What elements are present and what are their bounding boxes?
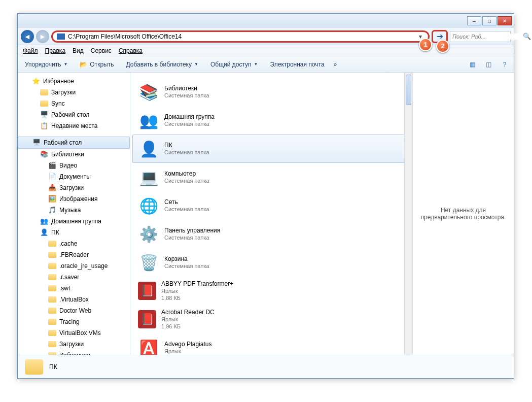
nav-swt[interactable]: .swt — [18, 283, 130, 294]
back-button[interactable]: ◄ — [21, 30, 34, 43]
acrobat-icon: 📕 — [138, 310, 156, 328]
advego-icon: 🅰️ — [138, 337, 159, 355]
desktop-icon: 🖥️ — [32, 139, 41, 147]
userfolder-icon: 👤 — [138, 138, 159, 159]
nav-downloads[interactable]: Загрузки — [18, 87, 130, 98]
nav-documents[interactable]: 📄Документы — [18, 171, 130, 182]
homegroup-icon: 👥 — [40, 217, 48, 225]
nav-images[interactable]: 🖼️Изображения — [18, 193, 130, 205]
forward-button[interactable]: ► — [36, 30, 49, 43]
content-scrollbar[interactable] — [404, 73, 412, 355]
list-item[interactable]: 🗑️КорзинаСистемная папка — [132, 248, 410, 277]
scrollbar-thumb[interactable] — [406, 75, 411, 105]
go-button-highlight: ➔ 2 — [432, 30, 448, 43]
nav-pc[interactable]: 👤ПК — [18, 227, 130, 238]
nav-recent[interactable]: 📋Недавние места — [18, 120, 130, 131]
nav-music[interactable]: 🎵Музыка — [18, 205, 130, 216]
list-item[interactable]: 👤ПКСистемная папка — [132, 135, 410, 163]
images-icon: 🖼️ — [48, 195, 56, 203]
share-button[interactable]: Общий доступ▼ — [207, 59, 261, 70]
open-button[interactable]: 📂Открыть — [77, 59, 117, 70]
music-icon: 🎵 — [48, 206, 56, 214]
item-subtitle: Системная папка — [164, 234, 220, 241]
recent-icon: 📋 — [40, 122, 48, 130]
nav-favorites2[interactable]: Избранное — [18, 350, 130, 355]
nav-vboxvms[interactable]: VirtualBox VMs — [18, 327, 130, 339]
folder-icon — [40, 99, 48, 108]
menu-edit[interactable]: Правка — [45, 47, 66, 54]
list-item[interactable]: 👥Домашняя группаСистемная папка — [132, 106, 410, 135]
item-name: Advego Plagiatus — [164, 341, 211, 348]
email-button[interactable]: Электронная почта — [267, 59, 327, 70]
maximize-button[interactable]: □ — [482, 16, 496, 25]
item-subtitle: Системная папка — [164, 206, 209, 213]
computer-icon — [57, 34, 65, 40]
nav-fbreader[interactable]: .FBReader — [18, 249, 130, 260]
list-item[interactable]: 📕ABBYY PDF Transformer+Ярлык1,88 КБ — [132, 277, 410, 305]
nav-desktop[interactable]: 🖥️Рабочий стол — [18, 137, 130, 149]
close-button[interactable]: ✕ — [498, 16, 512, 25]
item-subtitle: Системная папка — [164, 120, 215, 127]
folder-icon — [48, 251, 56, 259]
search-input[interactable] — [452, 34, 523, 40]
nav-downloads-lib[interactable]: 📥Загрузки — [18, 182, 130, 193]
item-name: Компьютер — [164, 170, 209, 177]
callout-1: 1 — [419, 38, 432, 51]
network-icon: 🌐 — [138, 195, 159, 216]
list-item[interactable]: ⚙️Панель управленияСистемная папка — [132, 220, 410, 248]
preview-empty-text: Нет данных для предварительного просмотр… — [418, 207, 509, 221]
preview-pane-button[interactable]: ◫ — [483, 59, 493, 70]
star-icon: ⭐ — [32, 77, 40, 85]
search-icon[interactable]: 🔍 — [523, 32, 531, 40]
toolbar-overflow-icon[interactable]: » — [334, 61, 337, 68]
view-mode-button[interactable]: ▦ — [467, 59, 477, 70]
nav-tracing[interactable]: Tracing — [18, 316, 130, 327]
item-name: Корзина — [164, 255, 209, 262]
folder-icon — [48, 284, 56, 292]
list-item[interactable]: 🅰️Advego PlagiatusЯрлык — [132, 333, 410, 355]
recycle-icon: 🗑️ — [138, 252, 159, 273]
nav-favorites[interactable]: ⭐Избранное — [18, 76, 130, 87]
video-icon: 🎬 — [48, 161, 56, 170]
nav-sync[interactable]: Sync — [18, 98, 130, 109]
list-item[interactable]: 📕Acrobat Reader DCЯрлык1,96 КБ — [132, 305, 410, 333]
nav-cache[interactable]: .cache — [18, 238, 130, 249]
item-subtitle: Ярлык — [161, 287, 233, 294]
user-folder-icon: 👤 — [40, 228, 48, 237]
nav-doctorweb[interactable]: Doctor Web — [18, 305, 130, 316]
nav-downloads2[interactable]: Загрузки — [18, 339, 130, 350]
address-bar-row: ◄ ► ▾ 1 ➔ 2 🔍 — [18, 28, 514, 45]
minimize-button[interactable]: – — [467, 16, 481, 25]
item-size: 1,88 КБ — [161, 294, 233, 302]
homegroup-icon: 👥 — [138, 110, 159, 131]
nav-virtualbox[interactable]: .VirtualBox — [18, 294, 130, 305]
menu-help[interactable]: Справка — [119, 47, 143, 54]
nav-rsaver[interactable]: .r.saver — [18, 272, 130, 283]
menu-file[interactable]: Файл — [23, 47, 38, 54]
list-item[interactable]: 🌐СетьСистемная папка — [132, 191, 410, 220]
nav-oracle[interactable]: .oracle_jre_usage — [18, 260, 130, 272]
menu-view[interactable]: Вид — [73, 47, 84, 54]
address-input[interactable] — [68, 33, 417, 40]
help-button[interactable]: ? — [500, 59, 510, 70]
nav-video[interactable]: 🎬Видео — [18, 160, 130, 171]
nav-desktop-fav[interactable]: 🖥️Рабочий стол — [18, 109, 130, 120]
nav-libraries[interactable]: 📚Библиотеки — [18, 149, 130, 160]
add-to-library-button[interactable]: Добавить в библиотеку▼ — [123, 59, 201, 70]
list-item[interactable]: 📚БиблиотекиСистемная папка — [132, 78, 410, 106]
body: ⭐Избранное Загрузки Sync 🖥️Рабочий стол … — [18, 73, 514, 355]
list-item[interactable]: 💻КомпьютерСистемная папка — [132, 163, 410, 191]
organize-button[interactable]: Упорядочить▼ — [22, 59, 70, 70]
folder-icon — [48, 318, 56, 326]
nav-homegroup[interactable]: 👥Домашняя группа — [18, 216, 130, 227]
folder-icon — [48, 273, 56, 281]
downloads-icon: 📥 — [48, 184, 56, 192]
item-size: 1,96 КБ — [161, 323, 215, 330]
navigation-pane: ⭐Избранное Загрузки Sync 🖥️Рабочий стол … — [18, 73, 130, 355]
item-name: Acrobat Reader DC — [161, 309, 215, 316]
item-name: Домашняя группа — [164, 113, 215, 120]
statusbar: ПК — [18, 355, 514, 378]
item-name: Библиотеки — [164, 85, 209, 92]
status-folder-icon — [25, 358, 43, 376]
menu-tools[interactable]: Сервис — [91, 47, 112, 54]
